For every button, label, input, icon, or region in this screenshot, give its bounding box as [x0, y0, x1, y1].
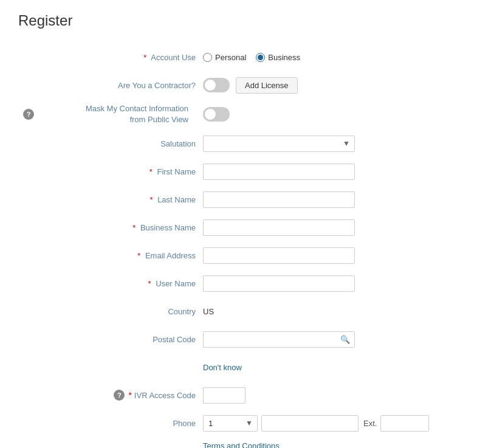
- mask-label-wrapper: ? Mask My Contact Information from Publi…: [33, 103, 203, 125]
- email-required: *: [137, 251, 140, 260]
- contractor-label: Are You a Contractor?: [33, 81, 203, 90]
- terms-link[interactable]: Terms and Conditions: [203, 441, 458, 448]
- salutation-select[interactable]: Mr. Mrs. Ms. Dr. Prof.: [203, 136, 355, 152]
- user-name-input[interactable]: [203, 275, 355, 292]
- business-name-label: * Business Name: [33, 223, 203, 232]
- user-name-controls: [203, 275, 458, 292]
- mask-toggle[interactable]: [203, 107, 230, 122]
- mask-row: ? Mask My Contact Information from Publi…: [33, 103, 458, 125]
- terms-section: Terms and Conditions Read and accept the…: [203, 441, 458, 448]
- country-value: US: [203, 307, 214, 316]
- ivr-label-wrapper: ? * IVR Access Code: [33, 390, 203, 401]
- first-name-controls: [203, 164, 458, 180]
- last-name-row: * Last Name: [33, 190, 458, 209]
- email-controls: [203, 247, 458, 264]
- ivr-input[interactable]: [203, 387, 246, 404]
- required-marker: *: [143, 53, 146, 62]
- personal-radio[interactable]: [203, 53, 212, 62]
- ivr-help-icon[interactable]: ?: [114, 390, 125, 401]
- user-name-required: *: [148, 279, 151, 288]
- phone-controls: 1 44 61 ▼ Ext.: [203, 415, 458, 432]
- ivr-label: IVR Access Code: [134, 391, 196, 400]
- last-name-controls: [203, 191, 458, 208]
- business-label: Business: [268, 53, 300, 62]
- phone-number-input[interactable]: [261, 415, 359, 432]
- account-use-label: * Account Use: [33, 53, 203, 62]
- personal-radio-option[interactable]: Personal: [203, 53, 246, 62]
- ivr-controls: [203, 387, 458, 404]
- postal-code-row: Postal Code 🔍: [33, 329, 458, 349]
- country-label: Country: [33, 307, 203, 316]
- country-controls: US: [203, 307, 458, 316]
- mask-slider: [203, 107, 230, 122]
- first-name-required: *: [149, 167, 153, 176]
- contractor-slider: [203, 78, 230, 92]
- dont-know-controls: Don't know: [203, 363, 458, 372]
- register-form: * Account Use Personal Business Are You …: [33, 47, 458, 448]
- postal-code-label: Postal Code: [33, 335, 203, 344]
- salutation-controls: Mr. Mrs. Ms. Dr. Prof. ▼: [203, 136, 458, 152]
- postal-code-input[interactable]: [203, 331, 355, 348]
- phone-row: Phone 1 44 61 ▼ Ext.: [33, 413, 458, 433]
- business-name-input[interactable]: [203, 219, 355, 236]
- dont-know-row: Don't know: [33, 357, 458, 377]
- ivr-required: *: [128, 390, 131, 400]
- mask-label: Mask My Contact Information from Public …: [38, 103, 196, 125]
- mask-controls: [203, 107, 458, 122]
- first-name-label: * First Name: [33, 167, 203, 176]
- contractor-toggle[interactable]: [203, 78, 230, 92]
- user-name-label: * User Name: [33, 279, 203, 288]
- business-name-required: *: [132, 223, 136, 232]
- account-use-row: * Account Use Personal Business: [33, 47, 458, 67]
- phone-country-code-select[interactable]: 1 44 61: [203, 415, 258, 432]
- phone-country-code-wrapper: 1 44 61 ▼: [203, 415, 258, 432]
- add-license-button[interactable]: Add License: [236, 77, 298, 94]
- business-radio[interactable]: [256, 53, 265, 62]
- first-name-input[interactable]: [203, 164, 355, 180]
- account-use-controls: Personal Business: [203, 53, 458, 62]
- email-row: * Email Address: [33, 246, 458, 265]
- business-name-controls: [203, 219, 458, 236]
- postal-code-controls: 🔍: [203, 331, 458, 348]
- last-name-required: *: [149, 195, 153, 204]
- salutation-row: Salutation Mr. Mrs. Ms. Dr. Prof. ▼: [33, 134, 458, 153]
- dont-know-link[interactable]: Don't know: [203, 363, 242, 372]
- last-name-input[interactable]: [203, 191, 355, 208]
- ivr-row: ? * IVR Access Code: [33, 385, 458, 405]
- phone-label: Phone: [33, 419, 203, 428]
- last-name-label: * Last Name: [33, 195, 203, 204]
- salutation-label: Salutation: [33, 139, 203, 148]
- ext-label: Ext.: [363, 419, 377, 428]
- contractor-row: Are You a Contractor? Add License: [33, 75, 458, 95]
- email-input[interactable]: [203, 247, 355, 264]
- country-row: Country US: [33, 302, 458, 321]
- mask-help-icon[interactable]: ?: [23, 109, 34, 120]
- ext-input[interactable]: [380, 415, 429, 432]
- business-radio-option[interactable]: Business: [256, 53, 300, 62]
- account-use-radio-group: Personal Business: [203, 53, 300, 62]
- business-name-row: * Business Name: [33, 218, 458, 237]
- personal-label: Personal: [215, 53, 246, 62]
- postal-wrapper: 🔍: [203, 331, 355, 348]
- contractor-controls: Add License: [203, 77, 458, 94]
- first-name-row: * First Name: [33, 162, 458, 181]
- email-label: * Email Address: [33, 251, 203, 260]
- user-name-row: * User Name: [33, 274, 458, 293]
- salutation-select-wrapper: Mr. Mrs. Ms. Dr. Prof. ▼: [203, 136, 355, 152]
- page-title: Register: [18, 12, 473, 29]
